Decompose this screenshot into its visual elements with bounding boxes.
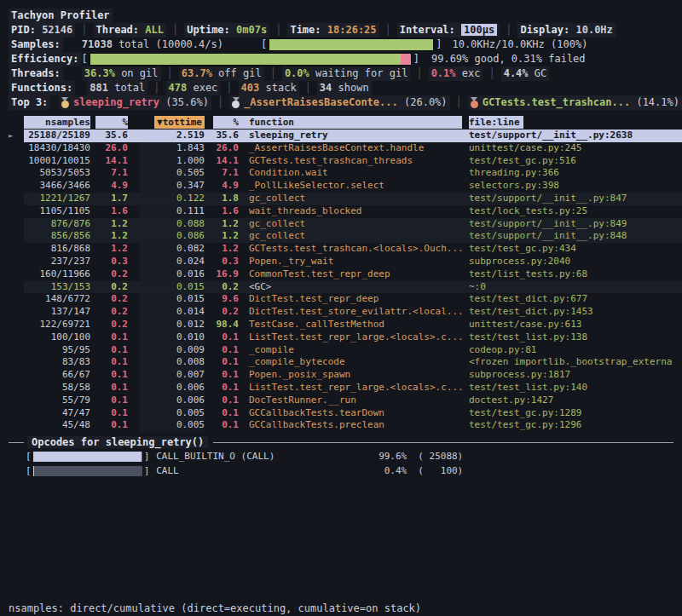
cell-pct-cumulative: 1.2 [213, 243, 239, 256]
cell-function: _AssertRaisesBaseContext.handle [239, 142, 462, 155]
table-row[interactable]: 10001/1001514.11.00014.1GCTests.test_tra… [24, 155, 682, 168]
table-row[interactable]: 1105/11051.60.1111.6wait_threads_blocked… [24, 205, 682, 218]
cell-pct-cumulative: 1.6 [213, 205, 239, 218]
cell-file-line: test/list_tests.py:68 [462, 268, 682, 281]
table-row[interactable]: 153/1530.20.0150.2<GC>~:0 [24, 281, 682, 294]
cell-tottime: 0.006 [140, 394, 205, 407]
table-row[interactable]: 83/830.10.0080.1_compile_bytecode<frozen… [24, 356, 682, 369]
cell-nsamples: 1221/1267 [24, 193, 90, 205]
cell-nsamples: 5053/5053 [24, 167, 90, 180]
cell-pct-cumulative: 4.9 [213, 180, 239, 193]
thread-field[interactable]: Thread: ALL [94, 23, 167, 37]
cell-file-line: test/test_gc.py:1289 [462, 407, 682, 420]
opcode-pct: 99.6% [354, 449, 407, 463]
interval-field: Interval: 100µs [397, 23, 500, 37]
cell-pct-direct: 0.2 [95, 319, 128, 331]
table-row[interactable]: 148/67720.20.0159.6DictTest.test_repr_de… [24, 293, 682, 306]
cell-tottime: 0.005 [140, 407, 205, 420]
cell-file-line: test/test_list.py:140 [462, 382, 682, 394]
cell-nsamples: 45/48 [24, 419, 90, 432]
cell-file-line: test/test_dict.py:1453 [462, 306, 682, 319]
efficiency-row: Efficiency:[]99.69% good, 0.31% failed [9, 52, 682, 66]
cell-file-line: test/support/__init__.py:847 [462, 193, 682, 205]
table-row[interactable]: 55/790.10.0060.1DocTestRunner.__rundocte… [24, 394, 682, 407]
cell-tottime: 0.016 [140, 268, 205, 281]
column-header-tottime[interactable]: ▼tottime [140, 116, 205, 129]
cell-pct-direct: 1.2 [95, 230, 128, 243]
table-row[interactable]: 816/8681.20.0821.2GCTests.test_trashcan.… [24, 243, 682, 256]
table-row[interactable]: 45/480.10.0050.1GCCallbackTests.preclean… [24, 419, 682, 432]
opcode-pct: 0.4% [354, 463, 407, 478]
top3-row: Top 3:sleeping_retry (35.6%)│_AssertRais… [9, 95, 682, 110]
table-row[interactable]: 47/470.10.0050.1GCCallbackTests.tearDown… [24, 407, 682, 420]
column-header-function[interactable]: function [239, 116, 462, 129]
column-header-pct-cumulative[interactable]: % [213, 116, 239, 129]
table-row[interactable]: 122/697210.20.01298.4TestCase._callTestM… [24, 319, 682, 331]
opcodes-panel: Opcodes for sleeping_retry() []CALL_BUIL… [0, 435, 682, 478]
column-header-pct-direct[interactable]: % [95, 116, 128, 129]
cell-nsamples: 122/69721 [24, 319, 90, 331]
opcode-row: []CALL0.4%( 100) [26, 463, 682, 478]
table-row[interactable]: 876/8761.20.0881.2gc_collecttest/support… [24, 218, 682, 231]
cell-nsamples: 83/83 [24, 356, 90, 369]
top3-label: Top 3: [9, 95, 50, 110]
cell-pct-cumulative: 0.1 [213, 382, 239, 394]
cell-pct-cumulative: 98.4 [213, 319, 239, 331]
opcode-name: CALL [149, 463, 354, 478]
cell-pct-direct: 4.9 [95, 180, 128, 193]
opcodes-separator: Opcodes for sleeping_retry() [9, 435, 673, 449]
cell-function: ListTest.test_repr_large.<locals>.c... [239, 331, 462, 344]
cell-pct-cumulative: 35.6 [213, 130, 239, 142]
threads-gc: 4.4% GC [501, 66, 550, 81]
cell-tottime: 0.122 [140, 193, 205, 205]
cell-file-line: codeop.py:81 [462, 344, 682, 357]
column-header-nsamples[interactable]: nsamples [24, 116, 90, 129]
cell-pct-direct: 35.6 [95, 130, 128, 142]
cell-file-line: doctest.py:1427 [462, 394, 682, 407]
cell-nsamples: 47/47 [24, 407, 90, 420]
efficiency-summary: 99.69% good, 0.31% failed [431, 52, 586, 66]
table-row[interactable]: 160/119660.20.01616.9CommonTest.test_rep… [24, 268, 682, 281]
table-row[interactable]: 237/2370.30.0240.3Popen._try_waitsubproc… [24, 256, 682, 268]
table-row[interactable]: 18430/1843026.01.84326.0_AssertRaisesBas… [24, 142, 682, 155]
cell-pct-cumulative: 14.1 [213, 155, 239, 168]
efficiency-bar-failed [401, 54, 411, 65]
cell-pct-direct: 0.1 [95, 369, 128, 382]
table-row[interactable]: 137/1470.20.0140.2DictTest.test_store_ev… [24, 306, 682, 319]
cell-pct-direct: 1.6 [95, 205, 128, 218]
cell-file-line: test/support/__init__.py:849 [462, 218, 682, 231]
table-row[interactable]: 1221/12671.70.1221.8gc_collecttest/suppo… [24, 193, 682, 205]
cell-nsamples: 876/876 [24, 218, 90, 231]
table-row[interactable]: 856/8561.20.0861.2gc_collecttest/support… [24, 230, 682, 243]
cell-function: sleeping_retry [239, 130, 462, 142]
cell-file-line: <frozen importlib._bootstrap_externa [462, 356, 682, 369]
cell-function: GCCallbackTests.preclean [239, 419, 462, 432]
cell-pct-cumulative: 0.3 [213, 256, 239, 268]
table-row[interactable]: 95/950.10.0090.1_compilecodeop.py:81 [24, 344, 682, 357]
cell-pct-direct: 0.2 [95, 281, 128, 294]
table-row[interactable]: ►25188/2518935.62.51935.6sleeping_retryt… [24, 130, 682, 142]
cell-pct-cumulative: 9.6 [213, 293, 239, 306]
cell-pct-cumulative: 1.2 [213, 230, 239, 243]
efficiency-bar [90, 53, 412, 66]
status-row: PID: 52146│Thread: ALL│Uptime: 0m07s│Tim… [9, 23, 682, 37]
cell-tottime: 0.012 [140, 319, 205, 331]
cell-file-line: test/test_gc.py:1296 [462, 419, 682, 432]
cell-pct-cumulative: 0.1 [213, 344, 239, 357]
table-row[interactable]: 58/580.10.0060.1ListTest.test_repr_large… [24, 382, 682, 394]
selection-arrow-icon: ► [9, 130, 13, 142]
column-header-file-line[interactable]: file:line [462, 116, 682, 129]
profiler-window: Tachyon Profiler PID: 52146│Thread: ALL│… [0, 0, 682, 616]
table-row[interactable]: 3466/34664.90.3474.9_PollLikeSelector.se… [24, 180, 682, 193]
cell-function: CommonTest.test_repr_deep [239, 268, 462, 281]
cell-pct-direct: 7.1 [95, 167, 128, 180]
table-row[interactable]: 100/1000.10.0100.1ListTest.test_repr_lar… [24, 331, 682, 344]
table-row[interactable]: 5053/50537.10.5057.1Condition.waitthread… [24, 167, 682, 180]
cell-pct-cumulative: 1.8 [213, 193, 239, 205]
cell-pct-cumulative: 16.9 [213, 268, 239, 281]
cell-pct-cumulative: 0.1 [213, 369, 239, 382]
top3-item-1: sleeping_retry (35.6%) [59, 95, 211, 110]
table-row[interactable]: 66/670.10.0070.1Popen._posix_spawnsubpro… [24, 369, 682, 382]
threads-on-gil: 36.3% on gil [82, 66, 161, 81]
functions-shown: 34 shown [317, 81, 372, 95]
